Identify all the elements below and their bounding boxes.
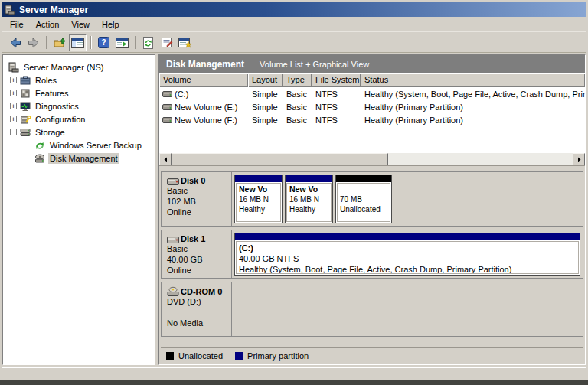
column-header-layout[interactable]: Layout xyxy=(248,73,283,87)
volume-name: New Volume (E:) xyxy=(175,103,238,112)
disk-0-header[interactable]: Disk 0 Basic 102 MB Online xyxy=(162,172,232,226)
tree-item-roles[interactable]: + Roles xyxy=(3,73,155,86)
volume-row-e[interactable]: New Volume (E:) Simple Basic NTFS Health… xyxy=(159,100,585,113)
cdrom-0-header[interactable]: CD-ROM 0 DVD (D:) No Media xyxy=(162,282,232,336)
show-hide-console-tree-button[interactable] xyxy=(69,34,87,51)
cdrom-0-row: CD-ROM 0 DVD (D:) No Media xyxy=(161,282,583,337)
tree-item-features[interactable]: + Features xyxy=(3,86,155,100)
show-hide-action-pane-button[interactable] xyxy=(113,34,131,51)
tree-item-storage[interactable]: - Storage xyxy=(3,126,155,139)
volume-status: Healthy (Primary Partition) xyxy=(361,116,585,125)
column-header-file-system[interactable]: File System xyxy=(312,73,361,87)
cdrom-0-partitions xyxy=(232,282,583,336)
volume-status: Healthy (Primary Partition) xyxy=(361,103,585,112)
legend-label-unallocated: Unallocated xyxy=(178,351,223,361)
volume-row-c[interactable]: (C:) Simple Basic NTFS Healthy (System, … xyxy=(159,87,585,100)
action-pane-icon xyxy=(116,38,129,48)
legend-swatch-primary xyxy=(235,352,243,360)
scrollbar-track[interactable] xyxy=(388,153,573,165)
partition-new-volume-e[interactable]: New Vo 16 MB N Healthy xyxy=(234,175,283,223)
cdrom-icon xyxy=(167,286,179,296)
content-area: Server Manager (NS) + Roles + xyxy=(2,54,586,365)
window-bottom-border xyxy=(0,380,588,385)
partition-size: 40.00 GB NTFS xyxy=(239,253,576,264)
expand-icon[interactable]: + xyxy=(10,103,17,109)
tree-item-disk-management[interactable]: Disk Management xyxy=(3,152,155,165)
partition-status: Healthy xyxy=(289,204,328,214)
collapse-icon[interactable]: - xyxy=(10,129,17,135)
disk-state: Online xyxy=(167,207,228,217)
volume-row-f[interactable]: New Volume (F:) Simple Basic NTFS Health… xyxy=(159,113,585,126)
expand-icon[interactable]: + xyxy=(10,116,17,122)
back-icon xyxy=(9,37,21,49)
properties-button[interactable] xyxy=(158,34,175,51)
menu-file[interactable]: File xyxy=(4,18,30,31)
volume-layout: Simple xyxy=(248,90,283,99)
disk-1-row: Disk 1 Basic 40.00 GB Online (C:) 40.00 … xyxy=(161,230,583,279)
horizontal-scrollbar[interactable] xyxy=(159,153,585,165)
legend: Unallocated Primary partition xyxy=(161,347,583,363)
server-manager-app-icon xyxy=(5,5,15,15)
disk-kind: DVD (D:) xyxy=(167,296,228,307)
volume-icon xyxy=(162,90,172,98)
menu-action[interactable]: Action xyxy=(30,18,66,31)
storage-icon xyxy=(20,127,31,138)
volume-name: (C:) xyxy=(175,90,188,99)
column-header-type[interactable]: Type xyxy=(283,73,312,87)
expand-icon[interactable]: + xyxy=(10,77,17,83)
volume-layout: Simple xyxy=(248,103,283,112)
view-subtitle: Volume List + Graphical View xyxy=(260,60,369,69)
disk-icon xyxy=(167,235,179,243)
partition-new-volume-f[interactable]: New Vo 16 MB N Healthy xyxy=(285,175,333,223)
disk-name: CD-ROM 0 xyxy=(181,287,222,296)
server-manager-icon xyxy=(8,62,19,73)
disk-1-header[interactable]: Disk 1 Basic 40.00 GB Online xyxy=(162,230,232,278)
unallocated-space[interactable]: 70 MB Unallocated xyxy=(335,175,392,223)
expand-icon[interactable]: + xyxy=(10,90,17,96)
scroll-right-button[interactable] xyxy=(573,153,585,165)
tree-item-server-manager-root[interactable]: Server Manager (NS) xyxy=(3,60,155,73)
tree-label: Features xyxy=(34,88,70,99)
tree-label: Windows Server Backup xyxy=(48,140,143,151)
up-one-level-button[interactable] xyxy=(51,34,68,51)
toolbar-separator xyxy=(46,36,47,49)
disk-state: No Media xyxy=(167,318,228,328)
server-manager-window: Server Manager File Action View Help xyxy=(0,0,588,385)
details-pane: Disk Management Volume List + Graphical … xyxy=(158,54,586,365)
console-tree-icon xyxy=(71,38,84,48)
menu-view[interactable]: View xyxy=(65,18,96,31)
forward-button[interactable] xyxy=(24,34,42,51)
legend-swatch-unallocated xyxy=(166,352,174,360)
scrollbar-thumb[interactable] xyxy=(172,153,388,165)
windows-server-backup-icon xyxy=(34,140,45,151)
tree-item-diagnostics[interactable]: + Diagnostics xyxy=(3,100,155,113)
tree-label: Configuration xyxy=(34,114,87,125)
back-button[interactable] xyxy=(6,34,24,51)
title-bar[interactable]: Server Manager xyxy=(2,2,586,17)
tree-item-windows-server-backup[interactable]: Windows Server Backup xyxy=(3,139,155,152)
svg-text:?: ? xyxy=(101,38,106,47)
partition-c[interactable]: (C:) 40.00 GB NTFS Healthy (System, Boot… xyxy=(234,233,580,276)
partition-status: Healthy xyxy=(239,204,278,214)
help-icon: ? xyxy=(98,37,109,48)
snap-in-help-button[interactable] xyxy=(176,34,194,51)
partition-size: 70 MB xyxy=(340,194,387,204)
console-tree: Server Manager (NS) + Roles + xyxy=(2,54,155,365)
column-header-status[interactable]: Status xyxy=(361,73,585,87)
help-button[interactable]: ? xyxy=(95,34,113,51)
column-header-volume[interactable]: Volume xyxy=(159,73,248,87)
menu-help[interactable]: Help xyxy=(96,18,126,31)
primary-partition-strip xyxy=(235,175,282,182)
tree-item-configuration[interactable]: + Configuration xyxy=(3,113,155,126)
window-title: Server Manager xyxy=(19,5,88,15)
view-header-bar: Disk Management Volume List + Graphical … xyxy=(159,55,585,73)
volume-file-system: NTFS xyxy=(312,90,361,99)
scroll-left-button[interactable] xyxy=(159,153,172,165)
partition-size: 16 MB N xyxy=(239,194,278,204)
disk-kind: Basic xyxy=(167,185,228,196)
volume-name: New Volume (F:) xyxy=(175,116,237,125)
configuration-icon xyxy=(20,114,31,125)
disk-icon xyxy=(167,177,179,185)
refresh-button[interactable] xyxy=(139,34,157,51)
forward-icon xyxy=(28,37,40,49)
